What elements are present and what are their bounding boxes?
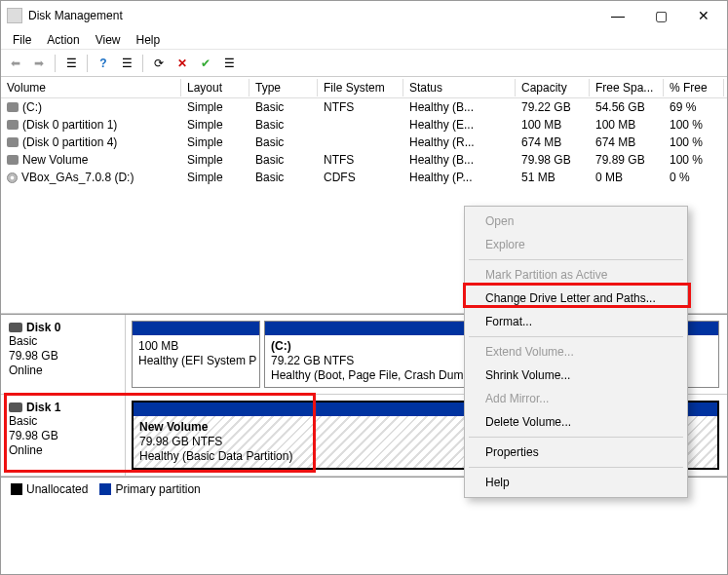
ctx-properties[interactable]: Properties <box>468 441 684 464</box>
ctx-extend: Extend Volume... <box>468 340 684 364</box>
table-row[interactable]: (Disk 0 partition 1)SimpleBasicHealthy (… <box>1 116 727 134</box>
ctx-format[interactable]: Format... <box>468 310 684 333</box>
cell-status: Healthy (P... <box>403 170 516 185</box>
drive-icon <box>7 137 19 147</box>
cell-layout: Simple <box>181 134 249 150</box>
ctx-delete[interactable]: Delete Volume... <box>468 410 684 434</box>
cell-type: Basic <box>249 99 318 115</box>
volume-size: 100 MB <box>138 339 253 354</box>
titlebar: Disk Management — ▢ ✕ <box>1 1 727 30</box>
maximize-button[interactable]: ▢ <box>639 1 682 30</box>
detail-button[interactable]: ☰ <box>116 53 137 74</box>
disk-icon <box>9 323 22 332</box>
col-volume[interactable]: Volume <box>1 79 181 96</box>
cd-icon <box>7 172 18 183</box>
table-row[interactable]: (Disk 0 partition 4)SimpleBasicHealthy (… <box>1 134 727 151</box>
cell-volume: (C:) <box>22 100 42 114</box>
col-percent[interactable]: % Free <box>664 79 724 96</box>
delete-button[interactable]: ✕ <box>172 53 193 74</box>
table-row[interactable]: (C:)SimpleBasicNTFSHealthy (B...79.22 GB… <box>1 98 727 116</box>
cell-fs: CDFS <box>318 170 403 185</box>
help-button[interactable]: ? <box>93 53 114 74</box>
cell-type: Basic <box>249 152 318 168</box>
menu-help[interactable]: Help <box>129 31 169 49</box>
cell-fs: NTFS <box>318 152 403 168</box>
context-menu: Open Explore Mark Partition as Active Ch… <box>464 206 688 498</box>
menu-action[interactable]: Action <box>39 31 87 49</box>
disk-header[interactable]: Disk 0 Basic 79.98 GB Online <box>1 315 126 394</box>
ctx-shrink[interactable]: Shrink Volume... <box>468 364 684 387</box>
close-button[interactable]: ✕ <box>682 1 725 30</box>
cell-free: 54.56 GB <box>590 99 664 115</box>
disk-size: 79.98 GB <box>9 429 117 443</box>
table-row[interactable]: New VolumeSimpleBasicNTFSHealthy (B...79… <box>1 151 727 169</box>
cell-percent: 69 % <box>664 99 724 115</box>
legend-primary: Primary partition <box>115 482 200 496</box>
minimize-button[interactable]: — <box>596 1 639 30</box>
cell-type: Basic <box>249 117 318 133</box>
disk-header[interactable]: Disk 1 Basic 79.98 GB Online <box>1 395 126 476</box>
menu-file[interactable]: File <box>5 31 39 49</box>
menu-bar: File Action View Help <box>1 30 727 50</box>
ctx-mark-active: Mark Partition as Active <box>468 263 684 287</box>
ctx-separator <box>469 336 683 337</box>
cell-layout: Simple <box>181 152 249 168</box>
legend-swatch-unallocated <box>11 483 22 495</box>
ctx-change-drive-letter[interactable]: Change Drive Letter and Paths... <box>468 287 684 310</box>
ctx-help[interactable]: Help <box>468 471 684 494</box>
cell-capacity: 674 MB <box>516 134 590 150</box>
cell-fs <box>318 124 403 126</box>
disk-title: Disk 1 <box>26 401 60 414</box>
cell-capacity: 100 MB <box>516 117 590 133</box>
cell-free: 0 MB <box>590 170 664 185</box>
cell-percent: 0 % <box>664 170 724 185</box>
cell-percent: 100 % <box>664 152 724 168</box>
cell-percent: 100 % <box>664 117 724 133</box>
properties-button[interactable]: ✔ <box>195 53 216 74</box>
ctx-add-mirror: Add Mirror... <box>468 387 684 410</box>
ctx-open: Open <box>468 210 684 233</box>
col-status[interactable]: Status <box>403 79 516 96</box>
cell-free: 100 MB <box>590 117 664 133</box>
disk-state: Online <box>9 443 117 458</box>
drive-icon <box>7 120 19 130</box>
disk-type: Basic <box>9 414 117 429</box>
menu-view[interactable]: View <box>88 31 129 49</box>
toolbar-separator <box>87 55 88 72</box>
col-layout[interactable]: Layout <box>181 79 249 96</box>
drive-icon <box>7 102 19 112</box>
ctx-separator <box>469 437 683 438</box>
cell-volume: (Disk 0 partition 1) <box>22 118 117 132</box>
show-hide-button[interactable]: ☰ <box>60 53 82 74</box>
app-icon <box>7 8 22 23</box>
cell-type: Basic <box>249 134 318 150</box>
back-button[interactable]: ⬅ <box>5 53 26 74</box>
cell-status: Healthy (E... <box>403 117 516 133</box>
cell-volume: VBox_GAs_7.0.8 (D:) <box>21 171 134 184</box>
table-row[interactable]: VBox_GAs_7.0.8 (D:)SimpleBasicCDFSHealth… <box>1 169 727 186</box>
volume-box[interactable]: 100 MB Healthy (EFI System P <box>132 321 260 388</box>
cell-fs: NTFS <box>318 99 403 115</box>
col-type[interactable]: Type <box>249 79 318 96</box>
disk-title: Disk 0 <box>26 321 60 334</box>
forward-button[interactable]: ➡ <box>28 53 50 74</box>
cell-type: Basic <box>249 170 318 185</box>
toolbar-separator <box>142 55 143 72</box>
ctx-separator <box>469 259 683 260</box>
drive-icon <box>7 155 19 165</box>
toolbar-separator <box>55 55 56 72</box>
cell-volume: (Disk 0 partition 4) <box>22 135 117 149</box>
ctx-separator <box>469 467 683 468</box>
settings-button[interactable]: ☰ <box>218 53 240 74</box>
refresh-button[interactable]: ⟳ <box>148 53 170 74</box>
window-title: Disk Management <box>28 9 596 22</box>
cell-status: Healthy (B... <box>403 152 516 168</box>
col-free[interactable]: Free Spa... <box>590 79 664 96</box>
cell-layout: Simple <box>181 99 249 115</box>
col-capacity[interactable]: Capacity <box>516 79 590 96</box>
col-filesystem[interactable]: File System <box>318 79 403 96</box>
cell-free: 674 MB <box>590 134 664 150</box>
list-header: Volume Layout Type File System Status Ca… <box>1 77 727 98</box>
cell-capacity: 51 MB <box>516 170 590 185</box>
ctx-explore: Explore <box>468 233 684 256</box>
